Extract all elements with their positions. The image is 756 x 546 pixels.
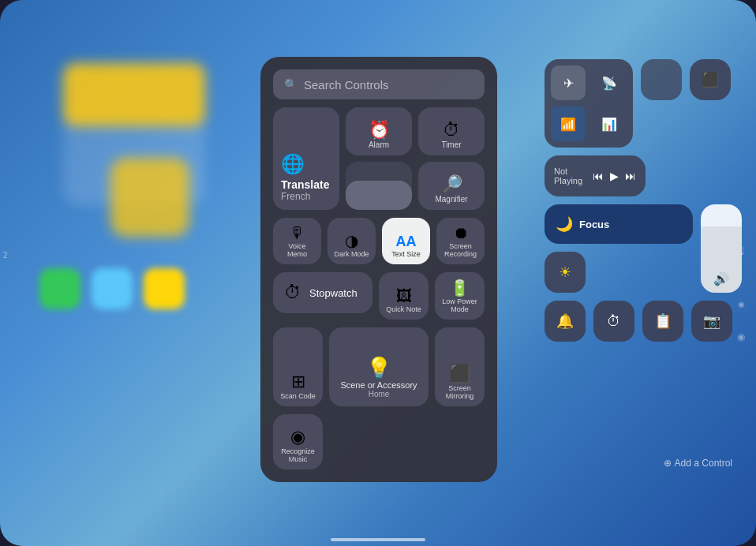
voice-memo-label: Voice Memo xyxy=(279,242,315,258)
screen-mirroring-control[interactable]: ⬛ Screen Mirroring xyxy=(435,327,485,406)
notes-btn[interactable]: 📋 xyxy=(642,301,683,342)
empty-control-btn[interactable] xyxy=(641,59,682,100)
cc-focus-row: 🌙 Focus ☀ 🔊 xyxy=(545,204,742,293)
volume-icon: 🔊 xyxy=(713,271,729,286)
dark-mode-label: Dark Mode xyxy=(334,250,369,258)
recognize-music-control[interactable]: ◉ Recognize Music xyxy=(273,414,323,469)
search-placeholder: Search Controls xyxy=(304,78,389,92)
controls-grid-2: 🎙 Voice Memo ◑ Dark Mode AA Text Size ⏺ … xyxy=(273,218,485,264)
home-indicator xyxy=(331,538,425,541)
not-playing-label: Not Playing xyxy=(554,166,593,185)
recognize-music-icon: ◉ xyxy=(290,427,305,447)
alarm-control[interactable]: ⏰ Alarm xyxy=(346,107,412,155)
screen-mirroring-label: Screen Mirroring xyxy=(441,384,478,400)
cc-bottom-controls: 🔔 ⏱ 📋 📷 xyxy=(545,301,742,342)
empty-space xyxy=(329,414,485,469)
add-control-text[interactable]: ⊕ Add a Control xyxy=(664,458,732,469)
camera-btn[interactable]: 📷 xyxy=(691,301,732,342)
bg-app-icon xyxy=(144,268,185,309)
dark-mode-control[interactable]: ◑ Dark Mode xyxy=(327,218,376,264)
quick-note-icon: 🖼 xyxy=(396,287,412,305)
low-power-control[interactable]: 🔋 Low Power Mode xyxy=(435,272,485,320)
scene-accessory-control[interactable]: 💡 Scene or Accessory Home xyxy=(329,327,429,406)
airplane-mode-btn[interactable]: ✈ xyxy=(551,65,586,100)
text-size-label: Text Size xyxy=(391,250,421,258)
search-controls-panel: 🔍 Search Controls 🌐 Translate French ⏰ A… xyxy=(260,57,497,482)
screen-mirroring-icon: ⬛ xyxy=(449,364,470,384)
translate-subtitle: French xyxy=(281,191,331,202)
bg-app-icon xyxy=(39,268,80,309)
ipad-background: 2 ♩ ◉ ◉ ✈ 📡 📶 📊 ⬛ Not Playing xyxy=(0,0,756,546)
cc-focus-col: 🌙 Focus ☀ xyxy=(545,204,693,293)
screen-recording-control[interactable]: ⏺ Screen Recording xyxy=(436,218,485,264)
timer-icon: ⏱ xyxy=(443,120,460,140)
background-apps xyxy=(39,268,185,309)
connectivity-group[interactable]: ✈ 📡 📶 📊 xyxy=(545,59,633,148)
text-size-icon: AA xyxy=(396,234,417,250)
dark-mode-icon: ◑ xyxy=(345,231,358,250)
screen-recording-label: Screen Recording xyxy=(443,242,478,258)
bg-app-icon xyxy=(92,268,133,309)
screen-recording-icon: ⏺ xyxy=(453,224,469,242)
timer-btn[interactable]: ⏱ xyxy=(593,301,634,342)
magnifier-label: Magnifier xyxy=(435,195,467,204)
low-power-label: Low Power Mode xyxy=(441,297,478,313)
add-control-icon: ⊕ xyxy=(664,458,672,469)
focus-btn[interactable]: 🌙 Focus xyxy=(545,204,693,244)
voice-memo-control[interactable]: 🎙 Voice Memo xyxy=(273,218,321,264)
scan-code-icon: ⊞ xyxy=(291,372,305,392)
controls-grid-5: ◉ Recognize Music xyxy=(273,414,485,469)
focus-moon-icon: 🌙 xyxy=(556,215,573,233)
playback-controls[interactable]: ⏮ ▶ ⏭ xyxy=(593,170,636,182)
alarm-icon: ⏰ xyxy=(369,120,390,140)
play-pause-btn[interactable]: ▶ xyxy=(610,170,619,182)
controls-grid-1: 🌐 Translate French ⏰ Alarm ⏱ Timer 🔎 xyxy=(273,107,485,210)
wifi-btn[interactable]: 📶 xyxy=(551,107,586,141)
quick-note-label: Quick Note xyxy=(386,305,421,313)
stopwatch-label: Stopwatch xyxy=(309,287,357,299)
volume-slider[interactable]: 🔊 xyxy=(701,204,742,293)
controls-grid-4: ⊞ Scan Code 💡 Scene or Accessory Home ⬛ … xyxy=(273,327,485,406)
search-icon: 🔍 xyxy=(284,78,298,91)
scene-accessory-label: Scene or Accessory xyxy=(340,380,417,390)
timer-control[interactable]: ⏱ Timer xyxy=(418,107,485,155)
translate-title: Translate xyxy=(281,178,331,191)
translate-icon: 🌐 xyxy=(281,153,331,175)
cellular-btn[interactable]: 📊 xyxy=(592,107,627,141)
stopwatch-icon: ⏱ xyxy=(284,282,301,303)
low-power-icon: 🔋 xyxy=(450,279,470,297)
slider-control[interactable] xyxy=(346,162,412,210)
scene-accessory-icon: 💡 xyxy=(366,356,391,380)
recognize-music-label: Recognize Music xyxy=(279,447,316,463)
search-bar[interactable]: 🔍 Search Controls xyxy=(273,69,485,99)
scan-code-control[interactable]: ⊞ Scan Code xyxy=(273,327,323,406)
now-playing-widget[interactable]: Not Playing ⏮ ▶ ⏭ xyxy=(545,155,646,196)
next-track-btn[interactable]: ⏭ xyxy=(625,170,636,182)
bg-yellow-widget xyxy=(63,63,205,126)
control-center-panel: ✈ 📡 📶 📊 ⬛ Not Playing ⏮ ▶ ⏭ xyxy=(545,59,742,342)
brightness-btn[interactable]: ☀ xyxy=(545,252,586,293)
magnifier-icon: 🔎 xyxy=(441,174,462,195)
prev-track-btn[interactable]: ⏮ xyxy=(593,170,604,182)
stopwatch-control[interactable]: ⏱ Stopwatch xyxy=(273,272,372,313)
timer-label: Timer xyxy=(441,140,461,149)
translate-control[interactable]: 🌐 Translate French xyxy=(273,107,339,210)
cc-row-1: ✈ 📡 📶 📊 ⬛ xyxy=(545,59,742,148)
magnifier-control[interactable]: 🔎 Magnifier xyxy=(418,162,485,210)
edge-indicator: 2 xyxy=(3,251,8,260)
scan-code-label: Scan Code xyxy=(280,392,316,400)
mute-btn[interactable]: 🔔 xyxy=(545,301,586,342)
voice-memo-icon: 🎙 xyxy=(290,224,305,242)
scene-accessory-sublabel: Home xyxy=(369,390,390,398)
text-size-control[interactable]: AA Text Size xyxy=(382,218,430,264)
controls-grid-3: ⏱ Stopwatch 🖼 Quick Note 🔋 Low Power Mod… xyxy=(273,272,485,320)
add-control-label: Add a Control xyxy=(675,458,732,469)
focus-label: Focus xyxy=(579,219,609,230)
alarm-label: Alarm xyxy=(369,140,389,149)
airplay-btn[interactable]: ⬛ xyxy=(690,59,731,100)
bg-yellow-rect xyxy=(110,158,189,237)
quick-note-control[interactable]: 🖼 Quick Note xyxy=(379,272,429,320)
airdrop-btn[interactable]: 📡 xyxy=(592,65,627,100)
